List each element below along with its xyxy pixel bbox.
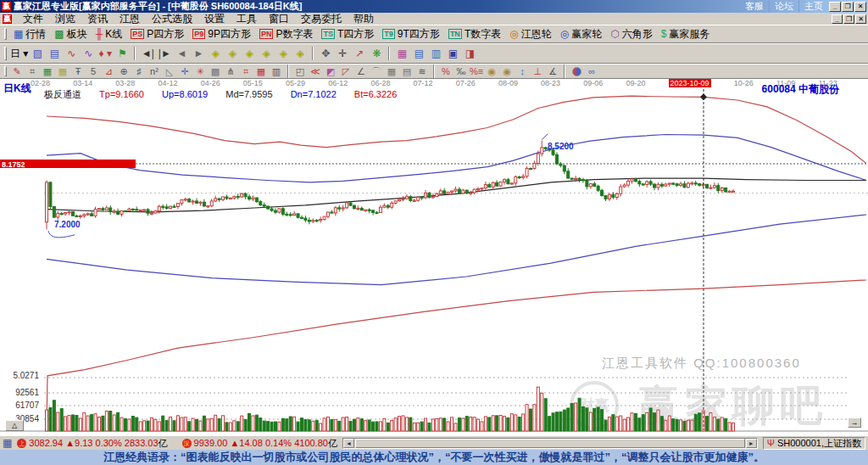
- grid5-icon[interactable]: ▤: [400, 65, 414, 78]
- minimize-button[interactable]: _: [829, 2, 841, 12]
- trade-truck-icon[interactable]: ◨: [462, 46, 477, 61]
- permille-icon[interactable]: ‰: [454, 65, 468, 78]
- current-symbol-panel[interactable]: Ψ SH000001,上证指数: [763, 437, 865, 450]
- p9-square-button[interactable]: P99P四方形: [188, 25, 255, 42]
- scrollbar-right-arrow[interactable]: ►: [746, 439, 757, 448]
- percent-icon[interactable]: %: [439, 65, 453, 78]
- pane-toggle-button[interactable]: △: [5, 420, 24, 431]
- quote-grid-icon[interactable]: ▦: [3, 437, 12, 449]
- wave-large-icon[interactable]: ∿: [81, 46, 96, 61]
- infinity-icon[interactable]: ∞: [585, 65, 598, 78]
- compass-icon[interactable]: ⊕: [117, 65, 131, 78]
- zoom-diamond-1-icon[interactable]: ◈: [208, 46, 223, 61]
- grid-red2-icon[interactable]: ▦: [254, 65, 268, 78]
- pitchfork-icon[interactable]: ⋔: [224, 65, 237, 78]
- flag-icon[interactable]: ⚑: [114, 46, 130, 61]
- t-square-button[interactable]: TST四方形: [317, 25, 378, 42]
- gold-ratio-icon[interactable]: ◉: [485, 65, 498, 78]
- pan-hand-icon[interactable]: ✥: [318, 46, 333, 61]
- gann-grid-gold-icon[interactable]: ▦: [56, 65, 70, 78]
- slope-icon[interactable]: ∡: [546, 65, 559, 78]
- menu-item-8[interactable]: 交易委托: [295, 13, 348, 25]
- link-forum[interactable]: 论坛: [769, 0, 793, 13]
- scroll-right-button[interactable]: →: [848, 417, 861, 428]
- hash-grid-icon[interactable]: ♯: [132, 65, 146, 78]
- wave-small-icon[interactable]: ∿: [64, 46, 79, 61]
- menu-item-1[interactable]: 浏览: [49, 13, 81, 25]
- f-tool-icon[interactable]: Ŧ: [71, 65, 85, 78]
- sse-index-quote[interactable]: 3082.94 ▲9.13 0.30% 2833.03亿: [29, 437, 167, 450]
- percent-lines-icon[interactable]: %≡: [470, 65, 483, 78]
- menu-item-9[interactable]: 帮助: [348, 13, 380, 25]
- pencil-icon[interactable]: ✎: [10, 65, 24, 78]
- p-square-button[interactable]: PSP四方形: [126, 25, 188, 42]
- menu-item-5[interactable]: 设置: [198, 13, 231, 25]
- grid-tool-icon[interactable]: ⌗: [25, 65, 39, 78]
- menu-item-2[interactable]: 资讯: [81, 13, 114, 25]
- winner-wheel-button[interactable]: ◎赢家轮: [556, 25, 606, 42]
- starburst-icon[interactable]: ✳: [193, 65, 207, 78]
- waves3-icon[interactable]: ≋: [415, 65, 429, 78]
- ladder-icon[interactable]: ⊥: [531, 65, 544, 78]
- n2-icon[interactable]: n²: [147, 65, 161, 78]
- angle-icon[interactable]: ∠: [354, 65, 368, 78]
- market-chart-icon[interactable]: ▧: [30, 46, 45, 61]
- box-tool-icon[interactable]: ◰: [293, 65, 307, 78]
- child-close-button[interactable]: ✕: [855, 14, 866, 24]
- restore-button[interactable]: ❐: [842, 2, 854, 12]
- p-table-button[interactable]: PNP数字表: [255, 25, 318, 42]
- last-bar-icon[interactable]: |►: [157, 46, 172, 61]
- kline-button[interactable]: ╫K线: [92, 25, 127, 42]
- trendline-icon[interactable]: ↗: [352, 46, 367, 61]
- candle-style-dropdown[interactable]: ♦ ▾: [97, 46, 113, 61]
- scrollbar-thumb[interactable]: [355, 439, 745, 448]
- link-customer-service[interactable]: 客服: [739, 0, 764, 13]
- menu-item-3[interactable]: 江恩: [114, 13, 146, 25]
- hexagon-button[interactable]: ⬡六角形: [606, 25, 656, 42]
- period-day-dropdown[interactable]: 日 ▾: [10, 46, 28, 61]
- horizontal-scrollbar[interactable]: ◄ ►: [342, 438, 758, 449]
- fan2-icon[interactable]: ◸: [339, 65, 353, 78]
- arc-icon[interactable]: ⌒: [370, 65, 383, 78]
- five-tool-icon[interactable]: 5: [86, 65, 100, 78]
- gann-grid-green-icon[interactable]: ▦: [41, 65, 54, 78]
- menu-item-7[interactable]: 窗口: [263, 13, 295, 25]
- t9-square-button[interactable]: T99T四方形: [378, 25, 444, 42]
- f10-info-icon[interactable]: ▤: [47, 46, 62, 61]
- calendar-icon[interactable]: ▦: [394, 46, 409, 61]
- next-bar-icon[interactable]: ►: [191, 46, 206, 61]
- menu-item-0[interactable]: 文件: [17, 13, 49, 25]
- calculator-icon[interactable]: ▤: [411, 46, 426, 61]
- yinyang-icon[interactable]: [570, 65, 583, 78]
- columns-icon[interactable]: ▥: [270, 65, 283, 78]
- close-button[interactable]: ✕: [854, 2, 866, 12]
- angle-ruler-icon[interactable]: ⊿: [102, 65, 115, 78]
- t-table-button[interactable]: TNT数字表: [444, 25, 505, 42]
- price-scale-icon[interactable]: ↕: [515, 65, 529, 78]
- fan-fill-icon[interactable]: ◩: [324, 65, 337, 78]
- grid4-icon[interactable]: ▦: [385, 65, 398, 78]
- winner-service-button[interactable]: $赢家服务: [657, 25, 715, 42]
- prev-bar-icon[interactable]: ◄: [174, 46, 189, 61]
- link-homepage[interactable]: 主页: [798, 0, 823, 13]
- szse-index-quote[interactable]: 9939.00 ▲14.08 0.14% 4100.80亿: [194, 437, 337, 450]
- zoom-diamond-3-icon[interactable]: ◈: [242, 46, 257, 61]
- child-minimize-button[interactable]: _: [832, 14, 843, 24]
- zoom-diamond-4-icon[interactable]: ◈: [259, 46, 274, 61]
- crosshair-icon[interactable]: ✛: [335, 46, 350, 61]
- menu-item-6[interactable]: 工具: [231, 13, 263, 25]
- grid-red-icon[interactable]: ⌗: [239, 65, 253, 78]
- gold-section-icon[interactable]: ◉: [500, 65, 514, 78]
- square-set-icon[interactable]: ▩: [209, 65, 222, 78]
- report-icon[interactable]: ▥: [428, 46, 443, 61]
- target-icon[interactable]: ✛: [178, 65, 192, 78]
- triangle-tool-icon[interactable]: ◺: [163, 65, 176, 78]
- zoom-diamond-5-icon[interactable]: ◈: [275, 46, 291, 61]
- zoom-diamond-2-icon[interactable]: ◈: [225, 46, 240, 61]
- fan-red-icon[interactable]: ≪: [309, 65, 322, 78]
- gann-wheel-button[interactable]: ◎江恩轮: [505, 25, 555, 42]
- quotes-button[interactable]: ▦行情: [9, 25, 50, 42]
- scrollbar-left-arrow[interactable]: ◄: [343, 439, 354, 448]
- menu-item-4[interactable]: 公式选股: [146, 13, 198, 25]
- zoom-diamond-6-icon[interactable]: ◈: [292, 46, 308, 61]
